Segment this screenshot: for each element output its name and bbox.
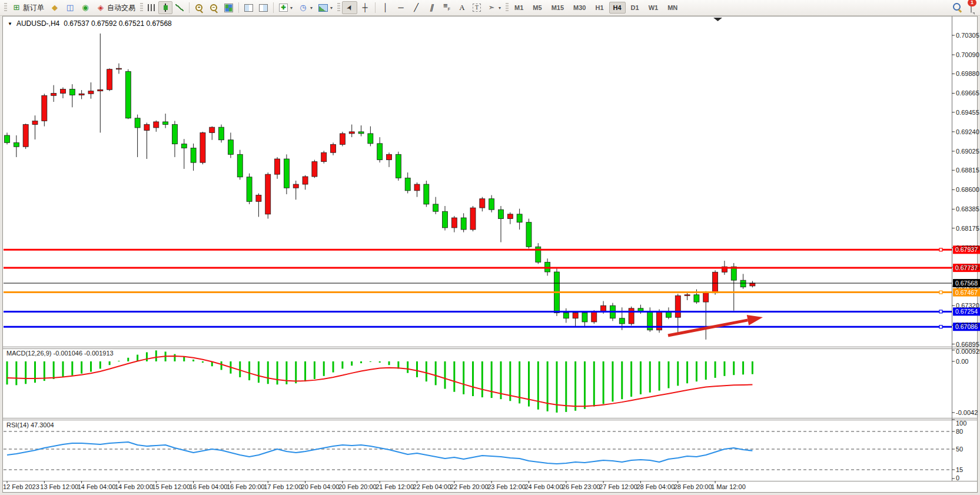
text-label-button[interactable]: T [470, 1, 484, 14]
trendline-button[interactable]: ╱ [408, 1, 424, 14]
candle-body [219, 127, 224, 140]
line-chart-button[interactable] [172, 1, 187, 14]
market-watch-button[interactable]: ◫ [62, 1, 78, 14]
auto-arrange-button[interactable] [241, 1, 256, 14]
time-tick-label: 22 Feb 04:00 [413, 483, 451, 490]
toolbar-grip[interactable] [140, 3, 143, 12]
candle-body [387, 154, 392, 160]
auto-arrange-icon [244, 4, 253, 12]
rsi-tick-label: 0 [956, 474, 959, 481]
chart-title-bar[interactable]: ▼ AUDUSD-,H4 0.67537 0.67592 0.67521 0.6… [8, 19, 172, 28]
chart-canvas[interactable]: 0.703050.700900.698800.696650.694550.692… [0, 0, 980, 495]
horizontal-line-icon: ─ [396, 3, 406, 12]
candle-body [377, 144, 383, 160]
candle-body [163, 122, 168, 125]
candle-body [88, 91, 94, 94]
toolbar-grip[interactable] [4, 3, 7, 12]
vertical-line-button[interactable]: │ [378, 1, 393, 14]
candle-body [703, 293, 709, 302]
candle-body [331, 144, 336, 152]
timeframe-H1[interactable]: H1 [591, 2, 607, 14]
timeframe-M15[interactable]: M15 [547, 2, 568, 14]
time-tick-label: 16 Feb 20:00 [227, 483, 265, 490]
price-badge-label: 0.67086 [955, 323, 978, 330]
candle-body [69, 89, 75, 95]
candle-body [349, 132, 354, 134]
notification-badge: 1 [968, 0, 976, 6]
candle-body [694, 295, 699, 302]
candle-body [135, 118, 140, 128]
line-handle[interactable] [939, 248, 942, 251]
crosshair-button[interactable]: ┼ [357, 1, 373, 14]
horizontal-line-button[interactable]: ─ [393, 1, 408, 14]
bar-chart-button[interactable] [145, 1, 158, 14]
time-tick-label: 12 Feb 2023 [3, 483, 39, 490]
text-icon: A [457, 3, 467, 12]
candle-body [51, 93, 57, 95]
timeframe-group: M1M5M15M30H1H4D1W1MN [510, 2, 682, 14]
toolbar-grip[interactable] [337, 3, 340, 12]
candle-body [489, 199, 494, 210]
crosshair-icon: ┼ [360, 3, 370, 12]
line-handle[interactable] [939, 310, 942, 313]
indicators-add-icon: ✚ [279, 4, 288, 12]
autotrading-button[interactable]: ◈ 自动交易 [93, 1, 138, 14]
candle-body [414, 184, 420, 191]
candle-body [470, 208, 476, 230]
toolbar-grip[interactable] [506, 3, 509, 12]
new-order-button[interactable]: ⊞ 新订单 [9, 1, 47, 14]
new-order-icon: ⊞ [12, 3, 21, 12]
notifications-button[interactable]: 1 [971, 2, 972, 13]
rsi-tick-label: 100 [956, 420, 966, 427]
chart-menu-icon[interactable]: ▼ [8, 21, 12, 26]
candle-body [125, 72, 131, 118]
timeframe-M1[interactable]: M1 [510, 2, 527, 14]
data-window-button[interactable]: ◉ [78, 1, 93, 14]
time-tick-label: 28 Feb 04:00 [636, 483, 675, 490]
price-tick-label: 0.70090 [956, 51, 979, 58]
zoom-in-button[interactable]: + [192, 1, 207, 14]
candle-body [601, 305, 606, 311]
timeframe-H4[interactable]: H4 [609, 2, 626, 14]
candle-body [507, 214, 513, 219]
candle-body [592, 311, 597, 321]
candle-body [5, 135, 10, 142]
candle-body [154, 122, 159, 128]
candle-body [424, 184, 429, 204]
templates-button[interactable]: ▾ [315, 1, 335, 14]
clock-icon: ◷ [298, 3, 308, 12]
zoom-out-button[interactable]: − [207, 1, 221, 14]
zoom-in-icon: + [195, 4, 204, 12]
candle-body [14, 142, 19, 147]
candle-body [675, 295, 680, 317]
timeframe-W1[interactable]: W1 [645, 2, 663, 14]
search-icon[interactable] [953, 3, 962, 12]
profiles-button[interactable]: ◆ [47, 1, 62, 14]
time-tick-label: 1 Mar 12:00 [711, 483, 746, 490]
timeframe-M5[interactable]: M5 [529, 2, 546, 14]
timeframe-M30[interactable]: M30 [569, 2, 590, 14]
candle-body [480, 199, 485, 208]
arrows-button[interactable]: ➣▾ [484, 1, 504, 14]
candle-body [526, 222, 531, 247]
candle-body [443, 211, 448, 228]
timeframe-MN[interactable]: MN [663, 2, 682, 14]
cursor-button[interactable]: ➤ [342, 1, 357, 14]
channel-button[interactable]: ∥ [424, 1, 439, 14]
timeframe-D1[interactable]: D1 [627, 2, 643, 14]
candle-body [79, 94, 84, 95]
time-tick-label: 20 Feb 04:00 [301, 483, 340, 490]
line-handle[interactable] [939, 291, 942, 294]
track-chart-button[interactable] [256, 1, 271, 14]
indicators-button[interactable]: ✚▾ [276, 1, 295, 14]
candle-body [517, 214, 522, 222]
fibonacci-button[interactable]: ≡F [439, 1, 454, 14]
candlestick-chart-button[interactable] [158, 1, 172, 14]
line-handle[interactable] [939, 325, 942, 328]
time-tick-label: 21 Feb 12:00 [376, 483, 414, 490]
candle-body [284, 159, 289, 188]
text-button[interactable]: A [454, 1, 470, 14]
candle-body [256, 195, 261, 202]
periods-button[interactable]: ◷▾ [295, 1, 315, 14]
tile-windows-button[interactable] [221, 1, 236, 14]
